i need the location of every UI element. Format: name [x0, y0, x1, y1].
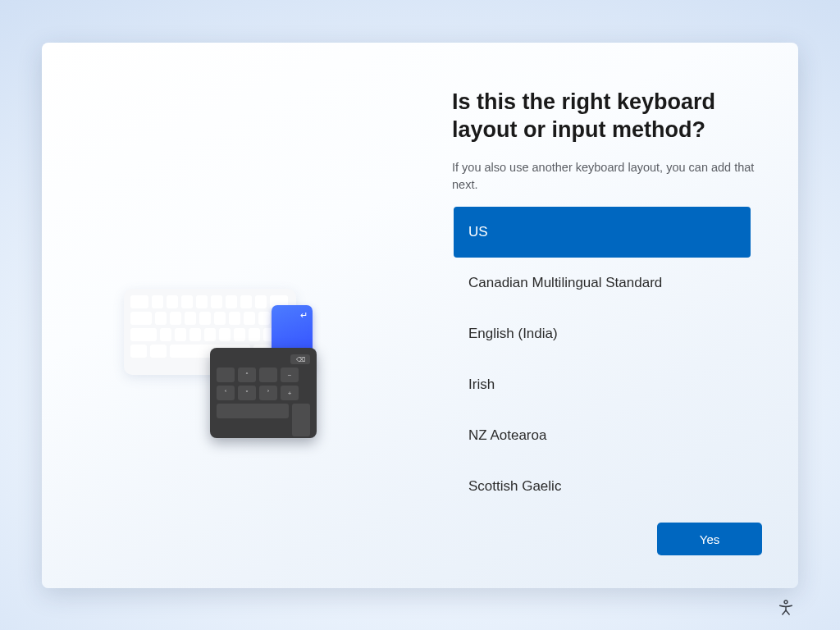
- content-column: Is this the right keyboard layout or inp…: [452, 89, 764, 194]
- accessibility-icon: [777, 599, 795, 617]
- layout-option-nz-aotearoa[interactable]: NZ Aotearoa: [454, 410, 751, 461]
- layout-label: NZ Aotearoa: [468, 427, 546, 444]
- layout-label: Irish: [468, 377, 495, 393]
- layout-label: US: [468, 224, 488, 240]
- oobe-panel: ⌫ ˄− ˂˅˃+ Is this the right keyboard lay…: [42, 43, 798, 588]
- keyboard-illustration: ⌫ ˄− ˂˅˃+: [124, 248, 345, 445]
- layout-label: Scottish Gaelic: [468, 478, 561, 492]
- layout-option-canadian-multilingual[interactable]: Canadian Multilingual Standard: [454, 258, 751, 308]
- page-heading: Is this the right keyboard layout or inp…: [452, 89, 764, 144]
- layout-label: English (India): [468, 326, 558, 342]
- layout-option-scottish-gaelic[interactable]: Scottish Gaelic: [454, 461, 751, 492]
- svg-point-0: [784, 600, 788, 604]
- layout-option-english-india[interactable]: English (India): [454, 308, 751, 359]
- keyboard-layout-list[interactable]: US Canadian Multilingual Standard Englis…: [454, 207, 751, 492]
- layout-option-us[interactable]: US: [454, 207, 751, 258]
- yes-button[interactable]: Yes: [657, 523, 762, 555]
- layout-option-irish[interactable]: Irish: [454, 359, 751, 410]
- layout-label: Canadian Multilingual Standard: [468, 275, 662, 291]
- accessibility-button[interactable]: [776, 599, 796, 619]
- page-subtext: If you also use another keyboard layout,…: [452, 159, 764, 194]
- dark-keyboard-graphic: ⌫ ˄− ˂˅˃+: [210, 348, 317, 438]
